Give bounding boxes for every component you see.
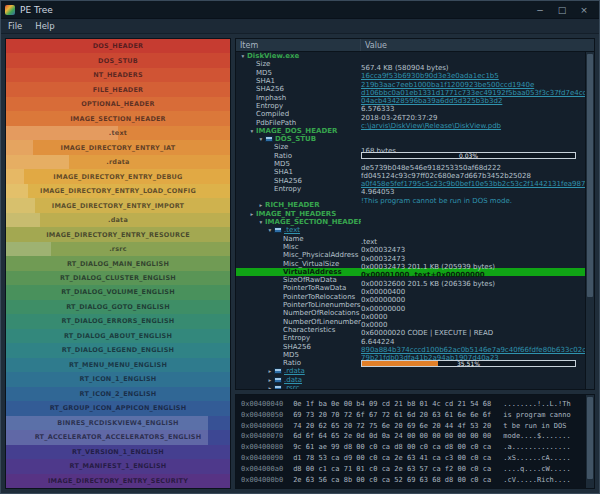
filemap-region-highlight (6, 184, 28, 198)
collapse-arrow-icon[interactable]: ▾ (257, 136, 265, 142)
tree-row-.rdata[interactable]: ▸.rdata (236, 367, 585, 375)
column-header-value[interactable]: Value (361, 39, 594, 51)
tree-row-string[interactable]: ▸!This program cannot be run in DOS mode… (236, 193, 585, 201)
tree-item-cell: ▸Ratio (236, 152, 361, 160)
filemap-band-rt-dialog-legend-english[interactable]: RT_DIALOG_LEGEND_ENGLISH (6, 343, 230, 357)
tree-value-text[interactable]: c:\jarvis\DiskView\Release\DiskView.pdb (361, 122, 501, 130)
hex-address: 0x004000a0 (241, 464, 283, 475)
tree-scrollbar[interactable] (585, 52, 594, 389)
tree-row-image-section-header[interactable]: ▾IMAGE_SECTION_HEADER (236, 218, 585, 226)
app-icon (5, 5, 15, 15)
menu-file[interactable]: File (8, 21, 22, 31)
hex-bytes: 9c 61 ae 99 d8 00 c0 ca d8 00 c0 ca d8 0… (293, 442, 491, 453)
hex-row: 0x004000b02e 63 56 ca 8b 00 c0 ca 52 69 … (241, 475, 582, 486)
tree-row-.rsrc[interactable]: ▸.rsrc (236, 384, 585, 389)
filemap-band-label: RT_DIALOG_ERRORS_ENGLISH (62, 317, 175, 325)
tree-row-ratio[interactable]: ▸Ratio0.03% (236, 152, 585, 160)
filemap-band-dos-header[interactable]: DOS_HEADER (6, 39, 230, 53)
filemap-band-image-directory-entry-import[interactable]: IMAGE_DIRECTORY_ENTRY_IMPORT (6, 198, 230, 212)
menu-help[interactable]: Help (35, 21, 54, 31)
tree-item-cell: ▸IMAGE_NT_HEADERS (236, 210, 361, 218)
expand-arrow-icon[interactable]: ▸ (266, 385, 274, 389)
collapse-arrow-icon[interactable]: ▾ (248, 128, 256, 134)
title-bar[interactable]: PE Tree − □ × (1, 1, 599, 19)
tree-item-label: NumberOfRelocations (283, 309, 359, 317)
filemap-band-image-directory-entry-load-config[interactable]: IMAGE_DIRECTORY_ENTRY_LOAD_CONFIG (6, 184, 230, 198)
expand-arrow-icon[interactable]: ▸ (266, 368, 274, 374)
tree-item-cell: ▸Size (236, 60, 361, 68)
tree-item-label: Misc_VirtualSize (283, 260, 339, 268)
filemap-band--rdata[interactable]: .rdata (6, 155, 230, 169)
collapse-arrow-icon[interactable]: ▾ (257, 219, 265, 225)
collapse-arrow-icon[interactable]: ▾ (266, 227, 274, 233)
maximize-button[interactable]: □ (551, 1, 573, 19)
filemap-band-rt-dialog-main-english[interactable]: RT_DIALOG_MAIN_ENGLISH (6, 256, 230, 270)
filemap-band-rt-dialog-about-english[interactable]: RT_DIALOG_ABOUT_ENGLISH (6, 329, 230, 343)
tree-item-cell: ▾IMAGE_DOS_HEADER (236, 127, 361, 135)
filemap-band-label: OPTIONAL_HEADER (81, 100, 154, 108)
expand-arrow-icon[interactable]: ▸ (266, 377, 274, 383)
hex-view: 0x004000400e 1f ba 0e 00 b4 09 cd 21 b8 … (235, 394, 595, 489)
filemap-band-rt-dialog-cluster-english[interactable]: RT_DIALOG_CLUSTER_ENGLISH (6, 271, 230, 285)
filemap-band-rt-accelerator-accelerators-english[interactable]: RT_ACCELERATOR_ACCELERATORS_ENGLISH (6, 430, 230, 444)
filemap-band--rsrc[interactable]: .rsrc (6, 242, 230, 256)
filemap-band-image-section-header[interactable]: IMAGE_SECTION_HEADER (6, 111, 230, 125)
tree-item-label: PointerToLinenumbers (283, 301, 361, 309)
filemap-band-optional-header[interactable]: OPTIONAL_HEADER (6, 97, 230, 111)
filemap-band-rt-dialog-goto-english[interactable]: RT_DIALOG_GOTO_ENGLISH (6, 300, 230, 314)
filemap-band-label: IMAGE_SECTION_HEADER (70, 115, 166, 123)
tree-item-label: IMAGE_NT_HEADERS (256, 210, 336, 218)
tree-item-label: .rsrc (284, 384, 299, 389)
column-header-item[interactable]: Item (236, 39, 361, 51)
filemap-band--data[interactable]: .data (6, 213, 230, 227)
tree-value-cell: !This program cannot be run in DOS mode. (361, 188, 585, 207)
filemap-band-rt-group-icon-appicon-english[interactable]: RT_GROUP_ICON_APPICON_ENGLISH (6, 401, 230, 415)
hex-rows: 0x004000400e 1f ba 0e 00 b4 09 cd 21 b8 … (241, 399, 582, 485)
filemap-band-image-directory-entry-iat[interactable]: IMAGE_DIRECTORY_ENTRY_IAT (6, 140, 230, 154)
hex-ascii: ........!..L.!Th (503, 399, 570, 410)
filemap-band-rt-dialog-errors-english[interactable]: RT_DIALOG_ERRORS_ENGLISH (6, 314, 230, 328)
tree-item-cell: ▸Entropy (236, 185, 361, 193)
hex-row: 0x004000400e 1f ba 0e 00 b4 09 cd 21 b8 … (241, 399, 582, 410)
tree-scrollbar-thumb[interactable] (587, 54, 593, 297)
tree-row-ratio[interactable]: ▸Ratio35.51% (236, 359, 585, 367)
tree-item-cell: ▸SHA256 (236, 343, 361, 351)
filemap-band-binres-rcdiskview4-english[interactable]: BINRES_RCDISKVIEW4_ENGLISH (6, 416, 230, 430)
hex-scrollbar[interactable] (585, 395, 594, 488)
tree-item-cell: ▸RICH_HEADER (236, 201, 361, 209)
filemap-band--text[interactable]: .text (6, 126, 230, 140)
tree-row-size[interactable]: ▸Size168 bytes (236, 143, 585, 151)
close-button[interactable]: × (573, 1, 595, 19)
hex-row: 0x0040005069 73 20 70 72 6f 67 72 61 6d … (241, 410, 582, 421)
tree-item-cell: ▸Imphash (236, 94, 361, 102)
filemap-band-label: RT_ICON_1_ENGLISH (80, 375, 157, 383)
filemap-region-highlight (6, 126, 118, 140)
expand-arrow-icon[interactable]: ▸ (248, 211, 256, 217)
filemap-band-file-header[interactable]: FILE_HEADER (6, 82, 230, 96)
tree-item-cell: ▸NumberOfRelocations (236, 309, 361, 317)
filemap-band-rt-dialog-volume-english[interactable]: RT_DIALOG_VOLUME_ENGLISH (6, 285, 230, 299)
filemap-band-dos-stub[interactable]: DOS_STUB (6, 53, 230, 67)
expand-arrow-icon[interactable]: ▸ (257, 202, 265, 208)
filemap-band-rt-manifest-1-english[interactable]: RT_MANIFEST_1_ENGLISH (6, 459, 230, 473)
filemap-band-label: RT_VERSION_1_ENGLISH (72, 448, 164, 456)
tree-item-label: Compiled (256, 110, 289, 118)
filemap-band-image-directory-entry-resource[interactable]: IMAGE_DIRECTORY_ENTRY_RESOURCE (6, 227, 230, 241)
tree-row-md5[interactable]: ▸MD579b21fdb03dfa41b2a94ab1907d40a23 (236, 351, 585, 359)
minimize-button[interactable]: − (529, 1, 551, 19)
filemap-band-image-directory-entry-debug[interactable]: IMAGE_DIRECTORY_ENTRY_DEBUG (6, 169, 230, 183)
filemap-band-rt-version-1-english[interactable]: RT_VERSION_1_ENGLISH (6, 445, 230, 459)
tree-item-label: Imphash (256, 94, 286, 102)
filemap-band-nt-headers[interactable]: NT_HEADERS (6, 68, 230, 82)
collapse-arrow-icon[interactable]: ▾ (239, 53, 247, 59)
tree-row-pdbfilepath[interactable]: ▸PdbFilePathc:\jarvis\DiskView\Release\D… (236, 118, 585, 126)
tree-item-label: Ratio (274, 152, 292, 160)
filemap-band-rt-icon-1-english[interactable]: RT_ICON_1_ENGLISH (6, 372, 230, 386)
filemap-band-image-directory-entry-security[interactable]: IMAGE_DIRECTORY_ENTRY_SECURITY (6, 474, 230, 488)
tree-row-image-nt-headers[interactable]: ▸IMAGE_NT_HEADERS (236, 210, 585, 218)
tree-row-.data[interactable]: ▸.data (236, 376, 585, 384)
hex-ascii: is program canno (503, 410, 570, 421)
hex-scrollbar-thumb[interactable] (587, 397, 593, 479)
filemap-band-rt-icon-2-english[interactable]: RT_ICON_2_ENGLISH (6, 387, 230, 401)
filemap-band-rt-menu-menu-english[interactable]: RT_MENU_MENU_ENGLISH (6, 358, 230, 372)
